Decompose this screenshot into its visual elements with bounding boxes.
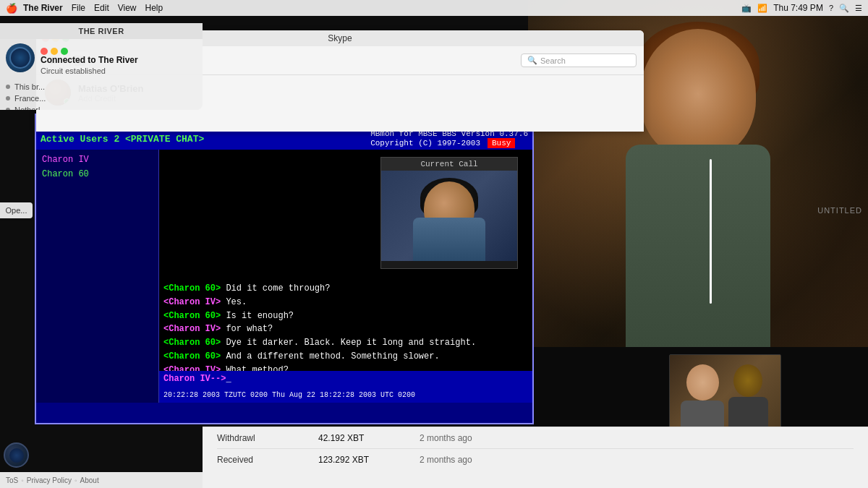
msg-text-3: for what? (226, 324, 273, 334)
bbs-status-text: 20:22:28 2003 TZUTC 0200 Thu Aug 22 18:2… (163, 391, 415, 399)
bbs-copyright: Copyright (C) 1997-2003 (370, 139, 480, 147)
search-icon[interactable]: 🔍 (839, 4, 849, 13)
close-dot[interactable] (41, 48, 48, 55)
app-name[interactable]: The River (23, 3, 63, 13)
menu-file[interactable]: File (72, 3, 85, 13)
current-call-popup: Current Call (380, 157, 518, 269)
footer-bar: ToS ◦ Privacy Policy ◦ About (0, 472, 203, 488)
bbs-msg-5: <Charon 60> And a different method. Some… (163, 351, 528, 363)
msg-nick-4: <Charon 60> (163, 338, 221, 348)
bbs-msg-2: <Charon 60> Is it enough? (163, 310, 528, 322)
maximize-dot[interactable] (61, 48, 68, 55)
msg-text-2: Is it enough? (226, 311, 294, 321)
msg-text-5: And a different method. Something slower… (226, 351, 439, 361)
msg-nick-0: <Charon 60> (163, 283, 221, 294)
msg-text-1: Yes. (226, 297, 247, 307)
menu-help[interactable]: Help (145, 3, 163, 13)
skype-title: Skype (328, 33, 352, 43)
bottom-logo (4, 442, 29, 468)
tx-amount-2: 123.292 XBT (318, 455, 405, 465)
current-call-video (381, 171, 517, 261)
river-menu-item-3[interactable]: Netherl... (14, 106, 47, 110)
transaction-panel: Withdrawl 42.192 XBT 2 months ago Receiv… (203, 427, 868, 488)
skype-search-bar[interactable]: 🔍 Search (521, 53, 637, 67)
footer-tos[interactable]: ToS (6, 476, 18, 484)
river-menu-items: This br... France... Netherl... (0, 80, 203, 110)
search-icon: 🔍 (527, 56, 537, 65)
river-app-title: THE RIVER (78, 27, 124, 35)
apple-menu[interactable]: 🍎 (6, 3, 17, 14)
bbs-statusbar: 20:22:28 2003 TZUTC 0200 Thu Aug 22 18:2… (159, 387, 532, 403)
minimize-dot[interactable] (51, 48, 58, 55)
bbs-busy-label: Busy (488, 138, 515, 148)
river-menu-item-2[interactable]: France... (14, 94, 46, 103)
tx-label-1: Withdrawl (217, 433, 304, 443)
skype-search-input[interactable]: Search (540, 56, 630, 65)
msg-text-4: Dye it darker. Black. Keep it long and s… (226, 338, 476, 348)
river-titlebar: THE RIVER (0, 23, 203, 39)
bbs-user-2[interactable]: Charon 60 (36, 167, 158, 181)
bbs-input-prompt: Charon IV--> (163, 374, 226, 384)
transaction-list: Withdrawl 42.192 XBT 2 months ago Receiv… (203, 427, 868, 471)
menu-view[interactable]: View (118, 3, 137, 13)
river-menu-item-1[interactable]: This br... (14, 82, 45, 91)
bbs-msg-1: <Charon IV> Yes. (163, 296, 528, 309)
bbs-active-users: Active Users 2 <PRIVATE CHAT> (41, 134, 204, 145)
bbs-cursor: _ (226, 374, 231, 384)
bbs-body: Charon IV Charon 60 Current Call <Charon… (36, 150, 532, 403)
river-notification-title: Connected to The River (41, 55, 197, 65)
tx-date-2: 2 months ago (420, 455, 472, 465)
msg-nick-1: <Charon IV> (163, 297, 221, 307)
webcam-thumbnail (669, 354, 781, 437)
menubar: 🍎 The River File Edit View Help 📺 📶 Thu … (0, 0, 868, 16)
airplay-icon: 📺 (741, 4, 752, 13)
bbs-msg-0: <Charon 60> Did it come through? (163, 283, 528, 295)
river-app-icon (6, 43, 35, 72)
tx-date-1: 2 months ago (420, 433, 472, 443)
bbs-chat-area: Current Call <Charon 60> Did it come thr… (159, 150, 532, 403)
bbs-input-line[interactable]: Charon IV--> _ (159, 371, 532, 387)
tx-row-2: Received 123.292 XBT 2 months ago (217, 449, 854, 471)
current-call-title: Current Call (381, 158, 517, 171)
msg-nick-5: <Charon 60> (163, 351, 221, 361)
bbs-version-info: MBmon for MBSE BBS version 0.37.6 Copyri… (370, 129, 528, 148)
footer-privacy[interactable]: Privacy Policy (27, 476, 72, 484)
open-button[interactable]: Ope... (0, 202, 33, 218)
bbs-msg-4: <Charon 60> Dye it darker. Black. Keep i… (163, 337, 528, 349)
bbs-user-1[interactable]: Charon IV (36, 153, 158, 167)
help-icon: ? (829, 4, 833, 12)
footer-about[interactable]: About (80, 476, 99, 484)
wifi-icon: 📶 (757, 4, 767, 13)
river-app-panel: THE RIVER Connected to The River Circuit… (0, 23, 203, 110)
msg-nick-2: <Charon 60> (163, 311, 221, 321)
bbs-msg-3: <Charon IV> for what? (163, 323, 528, 335)
tx-label-2: Received (217, 455, 304, 465)
tx-row-1: Withdrawl 42.192 XBT 2 months ago (217, 427, 854, 449)
menu-icon[interactable]: ☰ (855, 4, 862, 13)
bbs-window: x--> the river <3> _ □ X Active Users 2 … (35, 114, 534, 424)
msg-text-0: Did it come through? (226, 283, 330, 294)
river-notification-sub: Circuit established (41, 67, 197, 75)
clock: Thu 7:49 PM (773, 3, 823, 13)
untitled-label: UNTITLED (817, 206, 862, 215)
msg-nick-3: <Charon IV> (163, 324, 221, 334)
bbs-user-sidebar: Charon IV Charon 60 (36, 150, 159, 403)
bbs-messages: <Charon 60> Did it come through? <Charon… (159, 280, 532, 381)
tx-amount-1: 42.192 XBT (318, 433, 405, 443)
menubar-right: 📺 📶 Thu 7:49 PM ? 🔍 ☰ (741, 3, 862, 13)
menu-edit[interactable]: Edit (94, 3, 109, 13)
